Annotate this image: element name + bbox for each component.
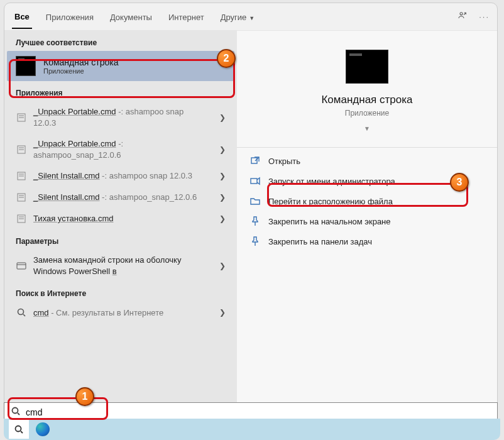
file-icon bbox=[16, 112, 27, 123]
pin-icon bbox=[249, 236, 261, 247]
search-panel: Все Приложения Документы Интернет Другие… bbox=[4, 3, 498, 409]
file-icon bbox=[16, 170, 27, 182]
svg-point-10 bbox=[13, 408, 18, 414]
action-label: Запуск от имени администратора bbox=[268, 177, 395, 186]
tab-internet[interactable]: Интернет bbox=[166, 5, 207, 28]
action-pin-taskbar[interactable]: Закрепить на панели задач bbox=[246, 232, 488, 251]
search-icon bbox=[11, 406, 21, 419]
file-icon bbox=[16, 144, 27, 155]
action-open[interactable]: Открыть bbox=[246, 151, 488, 170]
chevron-right-icon[interactable]: ❯ bbox=[219, 172, 226, 180]
app-result[interactable]: _Silent Install.cmd -: ashampoo snap 12.… bbox=[4, 165, 237, 187]
search-icon bbox=[16, 307, 27, 318]
preview-column: Командная строка Приложение ▼ Открыть За… bbox=[237, 31, 497, 408]
chevron-down-icon: ▼ bbox=[249, 15, 255, 21]
action-label: Открыть bbox=[268, 157, 300, 166]
file-icon bbox=[16, 192, 27, 203]
best-match-title: Командная строка bbox=[43, 57, 118, 67]
app-result-text: _Silent Install.cmd -: ashampoo snap 12.… bbox=[33, 170, 213, 182]
section-web: Поиск в Интернете bbox=[4, 282, 237, 302]
action-label: Перейти к расположению файла bbox=[268, 197, 393, 206]
app-result-text: _Unpack Portable.cmd -: ashampoo snap 12… bbox=[33, 106, 213, 128]
settings-result[interactable]: Замена командной строки на оболочку Wind… bbox=[4, 250, 237, 282]
svg-point-11 bbox=[16, 426, 21, 432]
search-input[interactable] bbox=[26, 407, 491, 417]
preview-header: Командная строка Приложение ▼ bbox=[246, 50, 488, 132]
annotation-marker-1: 1 bbox=[75, 387, 94, 406]
settings-result-text: Замена командной строки на оболочку Wind… bbox=[33, 255, 213, 277]
tab-all[interactable]: Все bbox=[12, 4, 32, 29]
app-result[interactable]: _Silent Install.cmd -: ashampoo_snap_12.… bbox=[4, 187, 237, 208]
chevron-right-icon[interactable]: ❯ bbox=[219, 214, 226, 223]
results-column: Лучшее соответствие Командная строка При… bbox=[4, 31, 237, 408]
app-result-text: Тихая установка.cmd bbox=[33, 213, 213, 224]
preview-cmd-icon bbox=[346, 50, 388, 84]
action-open-location[interactable]: Перейти к расположению файла bbox=[246, 192, 488, 211]
open-icon bbox=[249, 155, 261, 167]
section-best-match: Лучшее соответствие bbox=[4, 31, 237, 51]
settings-icon bbox=[16, 260, 27, 272]
annotation-marker-3: 3 bbox=[450, 173, 469, 192]
feedback-icon[interactable] bbox=[457, 11, 468, 23]
admin-icon bbox=[249, 175, 261, 187]
chevron-down-icon[interactable]: ▼ bbox=[246, 125, 488, 132]
taskbar-edge-button[interactable] bbox=[33, 420, 53, 439]
file-icon bbox=[16, 213, 27, 224]
more-options[interactable]: ··· bbox=[479, 12, 490, 21]
chevron-right-icon[interactable]: ❯ bbox=[219, 113, 226, 122]
divider bbox=[237, 147, 497, 148]
preview-title: Командная строка bbox=[246, 94, 488, 106]
tab-docs[interactable]: Документы bbox=[107, 5, 155, 28]
app-result[interactable]: _Unpack Portable.cmd -: ashampoo_snap_12… bbox=[4, 133, 237, 165]
action-label: Закрепить на панели задач bbox=[268, 237, 372, 246]
tab-other[interactable]: Другие▼ bbox=[218, 5, 258, 28]
cmd-icon bbox=[16, 56, 36, 76]
app-result-text: _Silent Install.cmd -: ashampoo_snap_12.… bbox=[33, 192, 213, 203]
web-result-text: cmd - См. результаты в Интернете bbox=[33, 307, 213, 319]
app-result-text: _Unpack Portable.cmd -: ashampoo_snap_12… bbox=[33, 138, 213, 160]
chevron-right-icon[interactable]: ❯ bbox=[219, 308, 226, 317]
svg-rect-6 bbox=[17, 263, 26, 269]
action-label: Закрепить на начальном экране bbox=[268, 217, 391, 226]
app-result[interactable]: Тихая установка.cmd ❯ bbox=[4, 208, 237, 229]
tabs-bar: Все Приложения Документы Интернет Другие… bbox=[4, 3, 497, 31]
taskbar-search-button[interactable] bbox=[9, 420, 29, 439]
chevron-right-icon[interactable]: ❯ bbox=[219, 261, 226, 270]
chevron-right-icon[interactable]: ❯ bbox=[219, 193, 226, 202]
best-match-item[interactable]: Командная строка Приложение bbox=[7, 51, 234, 81]
annotation-marker-2: 2 bbox=[217, 49, 236, 68]
preview-sub: Приложение bbox=[246, 109, 488, 118]
actions-list: Открыть Запуск от имени администратора П… bbox=[246, 151, 488, 251]
tab-other-label: Другие bbox=[221, 13, 247, 22]
chevron-right-icon[interactable]: ❯ bbox=[219, 145, 226, 154]
tab-apps[interactable]: Приложения bbox=[43, 5, 96, 28]
section-settings: Параметры bbox=[4, 229, 237, 250]
pin-icon bbox=[249, 216, 261, 227]
svg-rect-9 bbox=[251, 179, 257, 184]
web-result[interactable]: cmd - См. результаты в Интернете ❯ bbox=[4, 302, 237, 323]
svg-point-0 bbox=[460, 13, 463, 15]
app-result[interactable]: _Unpack Portable.cmd -: ashampoo snap 12… bbox=[4, 101, 237, 133]
taskbar bbox=[4, 419, 500, 440]
best-match-sub: Приложение bbox=[43, 67, 118, 75]
section-apps: Приложения bbox=[4, 81, 237, 101]
svg-rect-8 bbox=[251, 158, 257, 163]
folder-icon bbox=[249, 195, 261, 207]
action-pin-start[interactable]: Закрепить на начальном экране bbox=[246, 212, 488, 231]
edge-icon bbox=[36, 422, 50, 436]
svg-point-7 bbox=[18, 309, 24, 315]
